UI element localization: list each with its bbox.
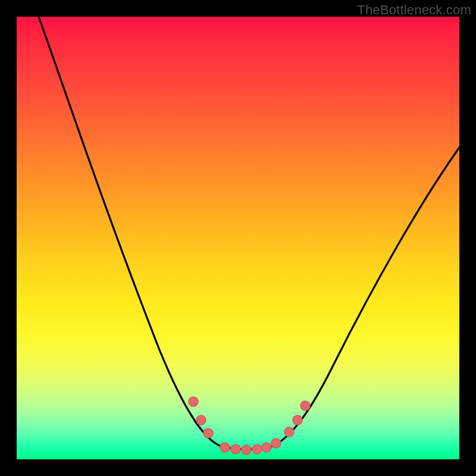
marker-dot [284, 427, 294, 437]
curve-path [39, 17, 459, 449]
marker-dot [293, 415, 302, 425]
bottleneck-curve [17, 17, 459, 459]
marker-dot [231, 444, 240, 454]
marker-dot [189, 397, 198, 406]
marker-dot [252, 444, 262, 454]
marker-dot [203, 428, 213, 438]
marker-dot [262, 443, 271, 452]
marker-dot [271, 439, 281, 448]
plot-area [17, 17, 459, 459]
chart-frame: TheBottleneck.com [0, 0, 476, 476]
trough-markers [189, 397, 310, 455]
watermark-text: TheBottleneck.com [357, 2, 471, 18]
marker-dot [300, 401, 310, 411]
marker-dot [220, 443, 230, 452]
marker-dot [242, 445, 251, 455]
marker-dot [196, 415, 206, 425]
